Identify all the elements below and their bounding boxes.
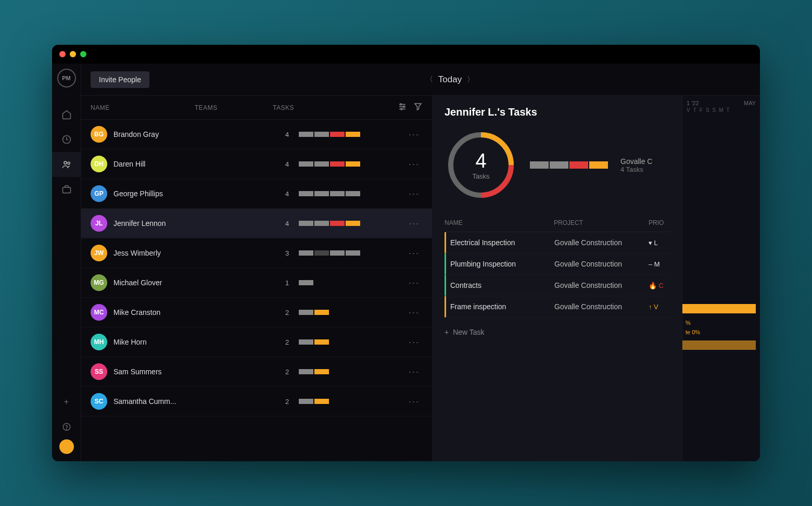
detail-panel: Jennifer L.'s Tasks 4 Tasks — [432, 96, 682, 461]
topbar: Invite People 〈 Today 〉 — [81, 64, 760, 96]
detail-title: Jennifer L.'s Tasks — [445, 106, 669, 118]
task-count: 4 — [285, 190, 293, 198]
nav-people[interactable] — [52, 152, 81, 177]
person-name: Brandon Gray — [113, 130, 207, 138]
gantt-pct: % — [686, 320, 691, 326]
maximize-window-icon[interactable] — [80, 51, 86, 57]
more-icon[interactable]: ··· — [405, 248, 423, 259]
more-icon[interactable]: ··· — [405, 396, 423, 407]
person-row[interactable]: MC Mike Cranston 2 ··· — [81, 298, 432, 327]
nav-projects[interactable] — [52, 177, 81, 202]
task-count: 4 — [285, 131, 293, 138]
person-row[interactable]: MH Mike Horn 2 ··· — [81, 327, 432, 357]
avatar: MH — [91, 334, 107, 350]
more-icon[interactable]: ··· — [405, 277, 423, 288]
col-name: NAME — [91, 104, 195, 111]
tl-month-right: MAY — [744, 100, 756, 106]
today-label[interactable]: Today — [438, 74, 462, 85]
person-row[interactable]: SC Samantha Cumm... 2 ··· — [81, 387, 432, 416]
more-icon[interactable]: ··· — [405, 218, 423, 229]
more-icon[interactable]: ··· — [405, 337, 423, 348]
task-priority: 🔥 C — [649, 282, 669, 289]
person-row[interactable]: JL Jennifer Lennon 4 ··· — [81, 209, 432, 238]
nav-recent[interactable] — [52, 127, 81, 152]
person-name: Samantha Cumm... — [113, 397, 207, 406]
avatar: SS — [91, 363, 107, 380]
donut-count: 4 — [475, 150, 486, 172]
task-project: Govalle Construction — [554, 302, 649, 311]
settings-icon[interactable] — [398, 102, 407, 113]
status-bars — [299, 132, 360, 137]
task-row[interactable]: Contracts Govalle Construction 🔥 C — [445, 275, 669, 296]
svg-point-1 — [64, 161, 67, 164]
invite-people-button[interactable]: Invite People — [91, 71, 149, 88]
list-header: NAME TEAMS TASKS — [81, 96, 432, 120]
task-priority: ↑ V — [649, 303, 669, 311]
tl-day: F — [700, 107, 703, 113]
nav-home[interactable] — [52, 102, 81, 127]
task-count: 2 — [285, 398, 293, 406]
task-count: 4 — [285, 220, 293, 227]
more-icon[interactable]: ··· — [405, 159, 423, 170]
svg-point-5 — [66, 429, 67, 429]
person-name: Daren Hill — [113, 160, 207, 168]
task-row[interactable]: Electrical Inspection Govalle Constructi… — [445, 232, 669, 254]
person-row[interactable]: BG Brandon Gray 4 ··· — [81, 120, 432, 149]
task-project: Govalle Construction — [554, 238, 649, 247]
nav-add[interactable]: + — [52, 389, 81, 414]
app-logo[interactable]: PM — [57, 69, 76, 87]
more-icon[interactable]: ··· — [405, 366, 423, 377]
svg-point-8 — [401, 108, 402, 110]
more-icon[interactable]: ··· — [405, 129, 423, 140]
person-row[interactable]: GP George Phillips 4 ··· — [81, 179, 432, 209]
tl-day: S — [706, 107, 709, 113]
svg-rect-3 — [62, 187, 70, 193]
status-bars — [299, 369, 329, 374]
filter-icon[interactable] — [413, 102, 423, 113]
person-name: George Phillips — [113, 189, 207, 198]
task-row[interactable]: Plumbing Inspection Govalle Construction… — [445, 254, 669, 275]
more-icon[interactable]: ··· — [405, 188, 423, 199]
avatar: JW — [91, 245, 107, 261]
th-project: PROJECT — [554, 219, 649, 226]
tl-day: T — [693, 107, 696, 113]
tl-month-left: 1 '22 — [687, 100, 699, 106]
prev-day-icon[interactable]: 〈 — [426, 75, 433, 84]
person-name: Mike Cranston — [113, 308, 207, 317]
task-count: 2 — [285, 338, 293, 346]
task-name: Frame inspection — [450, 302, 554, 311]
avatar: MC — [91, 304, 107, 321]
new-task-button[interactable]: + New Task — [445, 328, 669, 336]
task-row[interactable]: Frame inspection Govalle Construction ↑ … — [445, 296, 669, 318]
tl-day: V — [687, 107, 690, 113]
status-bars — [299, 161, 360, 167]
nav-help[interactable] — [52, 414, 81, 439]
more-icon[interactable]: ··· — [405, 307, 423, 318]
th-name: NAME — [445, 219, 554, 226]
task-project: Govalle Construction — [554, 281, 649, 289]
user-avatar[interactable] — [59, 439, 74, 454]
donut-label: Tasks — [472, 172, 489, 180]
avatar: JL — [91, 215, 107, 232]
tasks-donut-chart: 4 Tasks — [445, 129, 517, 201]
person-row[interactable]: JW Jess Wimberly 3 ··· — [81, 238, 432, 268]
person-row[interactable]: DH Daren Hill 4 ··· — [81, 149, 432, 179]
next-day-icon[interactable]: 〉 — [467, 75, 474, 84]
titlebar — [52, 45, 760, 64]
close-window-icon[interactable] — [59, 51, 66, 57]
new-task-label: New Task — [453, 328, 484, 336]
col-tasks: TASKS — [273, 104, 398, 111]
gantt-te: te 0% — [686, 329, 700, 335]
th-priority: PRIO — [649, 219, 669, 226]
gantt-bar[interactable] — [682, 304, 756, 313]
task-name: Plumbing Inspection — [450, 260, 554, 268]
person-row[interactable]: SS Sam Summers 2 ··· — [81, 357, 432, 387]
status-bars — [299, 250, 360, 256]
person-row[interactable]: MG Michael Glover 1 ··· — [81, 268, 432, 298]
gantt-bar-2[interactable] — [682, 340, 756, 350]
task-priority: – M — [649, 260, 669, 268]
person-name: Michael Glover — [113, 279, 207, 287]
minimize-window-icon[interactable] — [70, 51, 76, 57]
svg-point-6 — [400, 104, 402, 105]
task-priority: ▾ L — [649, 239, 669, 247]
